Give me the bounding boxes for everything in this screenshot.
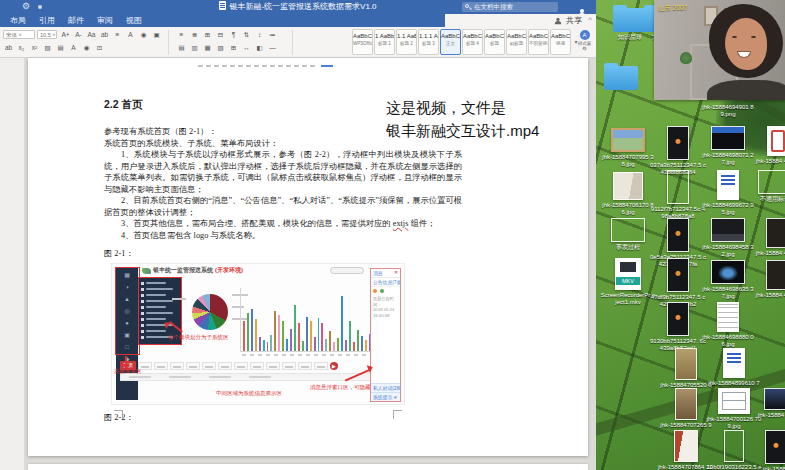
desktop-file-icon[interactable] <box>767 126 785 156</box>
style-标题 1[interactable]: 1 AaBbC标题 1 <box>374 29 395 55</box>
font-tool-button[interactable]: A+ <box>60 30 71 40</box>
desktop-file-icon[interactable] <box>667 170 689 204</box>
paragraph-tool-button[interactable]: ¶ <box>228 30 239 40</box>
paragraph-tool-button[interactable]: ⊞ <box>228 43 239 53</box>
dashboard-tab[interactable] <box>218 362 232 370</box>
dashboard-tab[interactable] <box>250 362 264 370</box>
desktop-file-icon[interactable] <box>766 218 785 248</box>
dashboard-tab[interactable] <box>314 362 328 370</box>
dashboard-tab[interactable] <box>282 362 296 370</box>
ribbon-tab-引用[interactable]: 引用 <box>39 15 55 26</box>
font-tool-button[interactable]: ⊡ <box>94 43 105 53</box>
ribbon-tab-视图[interactable]: 视图 <box>126 15 142 26</box>
font-tool-button[interactable]: ▨ <box>42 43 53 53</box>
style-WPSOffice..[interactable]: AaBbCcDdEeWPSOffice.. <box>352 29 373 55</box>
desktop-file-icon[interactable] <box>718 388 750 414</box>
paragraph-tool-button[interactable]: ≣ <box>189 30 200 40</box>
font-tool-button[interactable]: ◉ <box>81 43 92 53</box>
desktop-file-icon[interactable] <box>766 260 785 290</box>
paragraph-tool-button[interactable]: ↕ <box>254 30 265 40</box>
ribbon-tab-审阅[interactable]: 审阅 <box>97 15 113 26</box>
desktop-file-icon[interactable] <box>717 170 739 200</box>
style-强调[interactable]: AaBbCcDdEe强调 <box>550 29 571 55</box>
desktop-file-icon[interactable] <box>667 218 689 252</box>
desktop-file-icon[interactable] <box>765 430 785 464</box>
desktop-file-icon[interactable] <box>758 170 785 194</box>
font-tool-button[interactable]: ▣ <box>151 30 162 40</box>
desktop-file-icon[interactable] <box>711 260 745 284</box>
ribbon-tab-邮件[interactable]: 邮件 <box>68 15 84 26</box>
font-tool-button[interactable]: ≡ <box>112 30 123 40</box>
desktop-folder[interactable] <box>613 8 647 32</box>
paragraph-tool-button[interactable]: ▥ <box>189 43 200 53</box>
panel-item-系统提示[interactable]: 系统提示 ⊕ <box>371 392 400 401</box>
dashboard-tab[interactable] <box>186 362 200 370</box>
font-name-combo[interactable]: 宋体 ˅ <box>3 30 35 39</box>
style-标题[interactable]: AaBbCcDc标题 <box>484 29 505 55</box>
font-tool-button[interactable]: A- <box>73 30 84 40</box>
style-标题 4[interactable]: AaBbCcDdE标题 4 <box>462 29 483 55</box>
paragraph-tool-button[interactable]: ≡ <box>176 30 187 40</box>
paragraph-tool-button[interactable]: ⇅ <box>241 30 252 40</box>
paragraph-tool-button[interactable]: ≔ <box>267 30 278 40</box>
dashboard-tab[interactable] <box>298 362 312 370</box>
desktop-file-icon[interactable]: MKV <box>615 258 641 290</box>
desktop-file-icon[interactable] <box>667 126 689 160</box>
paragraph-tool-button[interactable]: ▦ <box>202 43 213 53</box>
panel-item-私人对话(288)[interactable]: 私人对话(288) ⊕ <box>371 383 400 392</box>
desktop-folder[interactable] <box>604 66 638 90</box>
font-tool-button[interactable]: ▤ <box>55 43 66 53</box>
paragraph-tool-button[interactable]: ▤ <box>176 43 187 53</box>
style-正文[interactable]: AaBbCcDdEe正文 <box>440 29 461 55</box>
desktop-file-icon[interactable] <box>723 348 745 378</box>
style-pane-button[interactable]: A 样式窗格 <box>576 30 593 52</box>
desktop-file-icon[interactable] <box>667 258 689 292</box>
font-tool-button[interactable]: A <box>125 30 136 40</box>
share-button[interactable]: 共享 ^ <box>554 15 582 26</box>
desktop-file-icon[interactable] <box>675 348 697 380</box>
style-不明显强调[interactable]: AaBbCcDdEe不明显强调 <box>528 29 549 55</box>
desktop-file-icon[interactable] <box>711 218 745 242</box>
font-tool-button[interactable]: ab <box>99 30 110 40</box>
desktop-file-icon[interactable] <box>717 302 739 332</box>
paragraph-tool-button[interactable]: ⊟ <box>215 30 226 40</box>
dashboard-tab[interactable] <box>266 362 280 370</box>
desktop-file-icon[interactable] <box>667 302 689 336</box>
paragraph-tool-button[interactable]: — <box>267 43 278 53</box>
dashboard-tab[interactable] <box>154 362 168 370</box>
desktop-file-icon[interactable] <box>674 430 698 462</box>
desktop-file-icon[interactable] <box>724 430 744 462</box>
style-标题 2[interactable]: 1.1 AaBb标题 2 <box>396 29 417 55</box>
style-标题 3[interactable]: 1.1.1 AaBbC标题 3 <box>418 29 439 55</box>
font-tool-button[interactable]: Aa <box>86 30 97 40</box>
desktop-file-icon[interactable] <box>611 218 645 242</box>
document-search-input[interactable]: 在文档中搜索 <box>462 2 558 12</box>
dashboard-bar-chart <box>240 288 390 352</box>
search-placeholder: 在文档中搜索 <box>474 3 513 10</box>
font-tool-button[interactable]: ab <box>3 43 14 53</box>
desktop-file-icon[interactable] <box>711 126 745 150</box>
font-tool-button[interactable]: x² <box>29 43 40 53</box>
dashboard-tab[interactable] <box>170 362 184 370</box>
desktop-file-icon[interactable] <box>611 128 645 152</box>
font-tool-button[interactable]: x₂ <box>16 43 27 53</box>
font-tool-button[interactable]: ◉ <box>138 30 149 40</box>
tab-scroll-arrow-icon[interactable]: ▶ <box>330 362 338 370</box>
paragraph-tool-button[interactable]: ⊞ <box>202 30 213 40</box>
dashboard-tab[interactable] <box>234 362 248 370</box>
font-size-combo[interactable]: 10.5 ˅ <box>37 30 57 39</box>
popup-item-icon <box>141 306 144 309</box>
ribbon-tab-布局[interactable]: 布局 <box>10 15 26 26</box>
desktop-file-icon[interactable] <box>675 388 697 420</box>
paragraph-tool-button[interactable]: ▧ <box>215 43 226 53</box>
popup-item-icon <box>141 288 144 291</box>
collapse-ribbon-icon[interactable]: ^ <box>588 15 592 24</box>
paragraph-tool-button[interactable]: ↔ <box>241 43 252 53</box>
font-tool-button[interactable]: A <box>68 43 79 53</box>
dashboard-tab[interactable] <box>202 362 216 370</box>
style-副标题[interactable]: AaBbCcDc副标题 <box>506 29 527 55</box>
desktop-file-icon[interactable] <box>613 172 643 200</box>
desktop-file-icon[interactable] <box>764 388 785 410</box>
paragraph-tool-button[interactable]: ◧ <box>254 43 265 53</box>
desktop[interactable]: 知识星球大文件jhk-15884694901 89.pngjhk-1588470… <box>596 0 785 470</box>
